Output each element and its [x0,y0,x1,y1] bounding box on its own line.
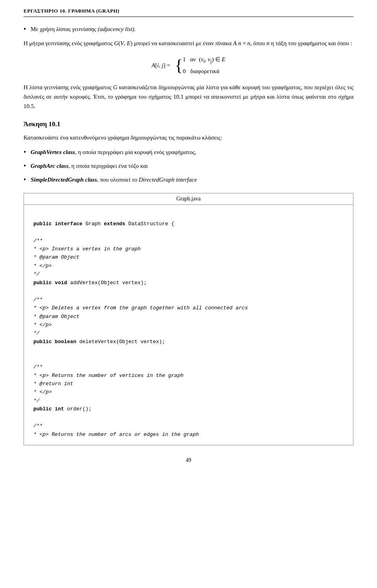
code-comment-11: /** [33,363,344,371]
bullet-text-1: Με χρήση λίστας γειτνίασης (adjacency li… [31,25,136,34]
bullet-item-1: • Με χρήση λίστας γειτνίασης (adjacency … [24,25,353,35]
exercise-intro: Κατασκευάστε ένα κατευθυνόμενο γράφημα δ… [24,133,353,142]
code-line-blank-2 [33,228,344,236]
exercise-item-text-2: GraphArc class, η οποία περιγράφει ένα τ… [31,162,148,171]
code-comment-14: * </p> [33,388,344,396]
bullet-dot-ex-1: • [24,147,31,158]
code-comment-3: * @param Object [33,253,344,261]
case-2: 0 διαφορετικά [183,67,225,76]
code-box: Graph.java public interface Graph extend… [24,193,353,445]
brace-cases: 1 αν (vi, vj) ∈ E 0 διαφορετικά [183,55,225,75]
header-title: ΕΡΓΑΣΤΗΡΙΟ 10. ΓΡΑΦΗΜΑ (GRAPH) [24,8,119,14]
code-comment-8: * @param Object [33,312,344,321]
code-line-blank-5 [33,355,344,363]
paragraph-1: Η μήτρα γειτνίασης ενός γραφήματος G(V, … [24,39,353,48]
brace-left: { [175,57,183,74]
math-formula: A[i, j] = { 1 αν (vi, vj) ∈ E 0 διαφορετ… [24,55,353,75]
code-line-2: public void addVertex(Object vertex); [33,279,344,287]
code-line-blank-6 [33,413,344,422]
code-comment-16: /** [33,422,344,430]
bullet-dot-1: • [24,24,31,35]
case-1: 1 αν (vi, vj) ∈ E [183,55,225,65]
exercise-item-1: • GraphVertex class, η οποία περιγράφει … [24,148,353,158]
code-comment-12: * <p> Returns the number of vertices in … [33,371,344,380]
code-comment-9: * </p> [33,321,344,329]
code-comment-15: */ [33,397,344,405]
code-line-blank-3 [33,287,344,295]
code-line-blank-1 [33,211,344,219]
code-comment-5: */ [33,270,344,278]
page-number: 49 [24,457,353,463]
code-line-3: public boolean deleteVertex(Object verte… [33,338,344,346]
code-comment-13: * @return int [33,380,344,388]
formula-label: A[i, j] = [152,62,170,69]
page-header: ΕΡΓΑΣΤΗΡΙΟ 10. ΓΡΑΦΗΜΑ (GRAPH) [24,8,353,17]
bullet-dot-ex-2: • [24,161,31,171]
exercise-item-2: • GraphArc class, η οποία περιγράφει ένα… [24,162,353,171]
code-comment-6: /** [33,296,344,304]
code-comment-17: * <p> Returns the number of arcs or edge… [33,430,344,439]
code-comment-2: * <p> Inserts a vertex in the graph [33,245,344,253]
exercise-item-text-3: SimpleDirectedGraph class, που υλοποιεί … [31,175,197,184]
code-line-1: public interface Graph extends DataStruc… [33,220,344,228]
code-line-4: public int order(); [33,405,344,413]
exercise-item-text-1: GraphVertex class, η οποία περιγράφει μί… [31,148,196,157]
code-title: Graph.java [24,193,353,205]
code-comment-10: */ [33,329,344,337]
exercise-title: Άσκηση 10.1 [24,120,353,128]
code-comment-7: * <p> Deletes a vertex from the graph to… [33,304,344,312]
paragraph-2: Η λίστα γειτνίασης ενός γραφήματος G κατ… [24,83,353,111]
code-content: public interface Graph extends DataStruc… [24,205,353,445]
code-line-blank-4 [33,346,344,354]
bullet-dot-ex-3: • [24,175,31,185]
code-comment-1: /** [33,237,344,245]
code-comment-4: * </p> [33,262,344,270]
exercise-item-3: • SimpleDirectedGraph class, που υλοποιε… [24,175,353,185]
